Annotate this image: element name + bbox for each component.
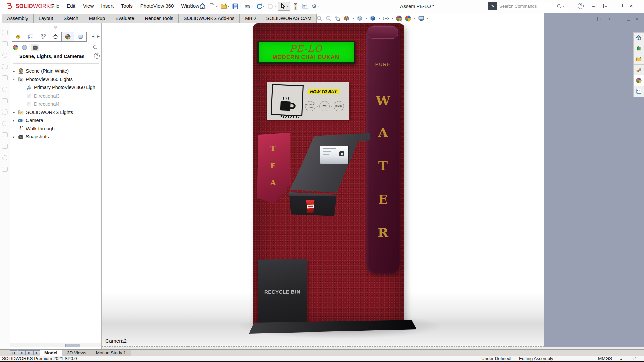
ribbon-tab-layout[interactable]: Layout (33, 14, 59, 23)
expand-expanded-icon[interactable]: ▾ (13, 77, 18, 81)
view-scene-lights-cameras-button[interactable] (31, 44, 39, 51)
graphics-viewport[interactable]: PE-LO MODERN CHAI DUKAN HOW TO BUY SELEC… (102, 23, 544, 347)
minimize-icon[interactable]: − (592, 3, 595, 9)
view-decals-icon[interactable] (22, 45, 28, 50)
tab-configurationmanager[interactable] (37, 32, 49, 42)
select-tool-button[interactable]: ▾ (278, 2, 290, 11)
tree-item-primary-photoview-360-ligh[interactable]: Primary PhotoView 360 Ligh (10, 83, 101, 92)
dropdown-caret[interactable]: ▾ (366, 17, 367, 20)
ribbon-tab-render-tools[interactable]: Render Tools (140, 14, 179, 23)
filter-icon[interactable] (93, 45, 98, 50)
expand-collapsed-icon[interactable]: ▸ (13, 69, 18, 73)
tree-item-directional4[interactable]: Directional4 (10, 100, 101, 108)
doc-restore-icon[interactable] (627, 18, 630, 21)
shortcut-ghost-icon[interactable] (2, 132, 8, 137)
menu-view[interactable]: View (79, 3, 97, 9)
help-icon[interactable]: ? (578, 3, 584, 9)
scrollbar-thumb[interactable] (65, 344, 80, 347)
task-pane-home[interactable] (634, 33, 644, 43)
panel-scrollbar[interactable] (10, 343, 101, 347)
tree-item-scene-plain-white[interactable]: ▸Scene (Plain White) (10, 67, 101, 75)
dropdown-caret[interactable]: ▾ (251, 5, 253, 8)
tab-scroll-left-icon[interactable]: ◀ (92, 35, 94, 38)
dropdown-caret[interactable]: ▾ (228, 5, 229, 8)
save-button[interactable]: ▾ (231, 2, 242, 10)
ribbon-tab-markup[interactable]: Markup (84, 14, 110, 23)
ribbon-tab-assembly[interactable]: Assembly (2, 14, 34, 23)
hide-show-items-icon[interactable] (383, 15, 389, 22)
dropdown-caret[interactable]: ▾ (427, 17, 428, 20)
home-button[interactable] (198, 2, 207, 10)
shortcut-ghost-icon[interactable] (2, 167, 8, 172)
tab-scroll-right-icon[interactable]: ▶ (97, 35, 100, 38)
menu-edit[interactable]: Edit (63, 3, 79, 9)
ribbon-tab-evaluate[interactable]: Evaluate (110, 14, 140, 23)
dropdown-caret[interactable]: ▾ (263, 5, 264, 8)
tree-item-photoview-360-lights[interactable]: ▾PhotoView 360 Lights (10, 75, 101, 84)
zoom-to-area-icon[interactable] (325, 15, 332, 22)
shortcut-ghost-icon[interactable] (2, 30, 8, 35)
view-appearances-icon[interactable] (13, 45, 18, 50)
search-input[interactable] (497, 4, 557, 9)
expand-collapsed-icon[interactable]: ▸ (13, 119, 18, 122)
print-button[interactable]: ▾ (243, 2, 254, 10)
ribbon-tab-solidworks-add-ins[interactable]: SOLIDWORKS Add-Ins (178, 14, 240, 23)
collapse-left-icon[interactable]: ◂ (597, 17, 602, 21)
tree-item-walk-through[interactable]: Walk-through (10, 125, 101, 133)
shortcut-ghost-icon[interactable] (2, 98, 8, 103)
menu-photoview-360[interactable]: PhotoView 360 (137, 3, 178, 9)
tree-item-directional3[interactable]: Directional3 (10, 92, 101, 100)
nav-first-icon[interactable]: |◀ (10, 350, 17, 355)
dropdown-caret[interactable]: ▾ (317, 5, 319, 8)
menu-tools[interactable]: Tools (117, 3, 137, 9)
shortcut-ghost-icon[interactable] (2, 41, 8, 46)
file-properties-button[interactable] (301, 2, 310, 10)
tab-propertymanager[interactable] (24, 32, 37, 42)
menu-file[interactable]: File (48, 3, 63, 9)
tab-dimxpertmanager[interactable] (49, 32, 62, 42)
expand-collapsed-icon[interactable]: ▸ (13, 135, 18, 139)
nav-next-icon[interactable]: ▶ (25, 350, 33, 355)
task-pane-design-library[interactable] (634, 43, 644, 54)
rebuild-button[interactable] (291, 2, 300, 10)
shortcut-ghost-icon[interactable] (2, 53, 7, 58)
doc-minimize-icon[interactable]: − (618, 16, 621, 22)
tree-item-camera[interactable]: ▸Camera (10, 116, 101, 125)
dropdown-caret[interactable]: ▾ (379, 17, 380, 20)
task-pane-custom-properties[interactable] (634, 86, 644, 97)
section-view-icon[interactable] (343, 15, 350, 22)
task-pane-file-explorer[interactable] (634, 54, 644, 65)
dropdown-caret[interactable]: ▾ (414, 17, 415, 20)
dropdown-caret[interactable]: ▾ (353, 17, 354, 20)
undo-button[interactable]: ▾ (255, 2, 265, 10)
tag-icon[interactable] (632, 356, 637, 361)
doc-tab-3d-views[interactable]: 3D Views (62, 350, 91, 356)
options-button[interactable]: ⚙▾ (311, 3, 320, 10)
tab-cam-manager[interactable] (74, 32, 87, 42)
previous-view-icon[interactable] (334, 15, 341, 22)
panel-grip[interactable] (54, 26, 57, 29)
open-button[interactable]: ▾ (219, 2, 230, 10)
ribbon-tab-mbd[interactable]: MBD (239, 14, 261, 23)
shortcut-ghost-icon[interactable] (2, 144, 8, 149)
ribbon-tab-solidworks-cam[interactable]: SOLIDWORKS CAM (261, 14, 317, 23)
units-selector[interactable]: MMGS (598, 356, 612, 361)
dropdown-caret[interactable]: ▾ (287, 5, 288, 8)
new-document-button[interactable]: ▾ (208, 2, 218, 10)
dropdown-caret[interactable]: ▾ (239, 5, 241, 8)
search-scope-caret[interactable]: ▾ (563, 5, 564, 8)
pin-menu-icon[interactable] (186, 3, 193, 9)
menu-insert[interactable]: Insert (97, 3, 117, 9)
shortcut-ghost-icon[interactable] (2, 63, 8, 69)
shortcut-ghost-icon[interactable] (2, 121, 7, 126)
apply-scene-icon[interactable] (405, 15, 411, 22)
doc-tab-motion-study-1[interactable]: Motion Study 1 (91, 350, 131, 356)
search-icon[interactable] (557, 4, 562, 9)
nav-prev-icon[interactable]: ◀ (18, 350, 25, 355)
shortcut-ghost-icon[interactable] (2, 87, 7, 92)
doc-close-icon[interactable]: × (636, 16, 639, 22)
display-style-icon[interactable] (370, 15, 376, 22)
dropdown-caret[interactable]: ▾ (216, 5, 217, 8)
shortcut-ghost-icon[interactable] (2, 109, 8, 115)
edit-appearance-icon[interactable] (396, 15, 402, 22)
